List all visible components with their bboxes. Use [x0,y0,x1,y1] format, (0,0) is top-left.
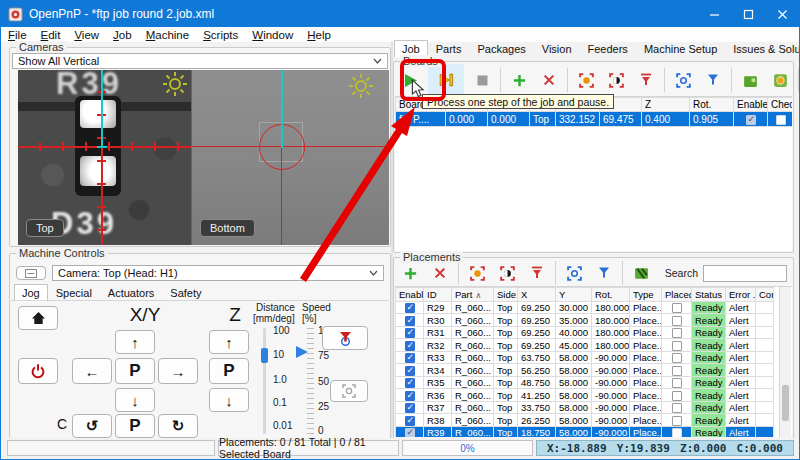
jog-c-cw-button[interactable]: ↻ [158,414,198,438]
camera-view-bottom[interactable]: Bottom [192,70,389,245]
placement-row[interactable]: R39R_060...Top18.75058.000-90.000Place..… [396,426,774,437]
menu-job[interactable]: Job [106,29,139,41]
add-board-button[interactable] [507,67,531,93]
enabled-checkbox[interactable] [405,341,415,351]
camera-view-top[interactable]: R39 D39 [18,70,191,245]
tab-packages[interactable]: Packages [469,40,533,58]
enabled-checkbox[interactable] [405,366,415,376]
remove-placement-button[interactable] [428,260,452,286]
stop-job-button[interactable] [470,67,494,93]
minimize-icon[interactable] [697,1,731,27]
edit-feeder-button[interactable] [629,260,653,286]
placed-checkbox[interactable] [672,403,682,413]
capture-camera-location-button[interactable] [465,260,489,286]
remove-board-button[interactable] [537,67,561,93]
enabled-checkbox[interactable] [405,378,415,388]
menu-file[interactable]: File [1,29,34,41]
position-camera-button[interactable] [671,67,695,93]
position-tool-z-button[interactable] [592,260,616,286]
distance-slider-handle[interactable] [261,348,268,363]
park-xy-button[interactable]: P [115,358,155,384]
vertical-scrollbar[interactable] [779,287,791,437]
capture-z-button[interactable] [634,67,658,93]
position-camera-button[interactable] [562,260,586,286]
placed-checkbox[interactable] [672,303,682,313]
camera-view-mode-select[interactable]: Show All Vertical [12,53,388,69]
placement-row[interactable]: R31R_060...Top69.25040.000180.000Place..… [396,326,774,338]
menu-view[interactable]: View [67,29,106,41]
placed-checkbox[interactable] [672,391,682,401]
tab-issues-solutions[interactable]: Issues & Solutions [725,40,800,58]
menu-help[interactable]: Help [300,29,338,41]
placed-checkbox[interactable] [672,316,682,326]
maximize-icon[interactable] [731,1,765,27]
capture-tool-location-button[interactable] [495,260,519,286]
capture-tool-location-button[interactable] [604,67,628,93]
step-job-button[interactable] [428,64,464,96]
speed-slider[interactable] [307,328,314,434]
placed-checkbox[interactable] [672,341,682,351]
collapse-button[interactable] [16,266,46,280]
board-row[interactable]: ftp P.... 0.000 0.000 Top 332.152 69.475… [396,112,793,127]
placement-row[interactable]: R33R_060...Top63.75058.000-90.000Place..… [396,351,774,363]
tab-vision[interactable]: Vision [534,40,580,58]
enabled-checkbox[interactable] [405,353,415,363]
position-tool-z-button[interactable] [701,67,725,93]
menu-window[interactable]: Window [245,29,300,41]
placement-row[interactable]: R29R_060...Top69.25030.000180.000Place..… [396,302,774,314]
enabled-checkbox[interactable] [405,403,415,413]
menu-scripts[interactable]: Scripts [196,29,245,41]
menu-edit[interactable]: Edit [34,29,68,41]
brightness-icon[interactable] [348,73,374,99]
scrollbar-thumb[interactable] [782,385,789,421]
power-button[interactable] [18,358,58,384]
capture-camera-location-button[interactable] [574,67,598,93]
search-input[interactable] [703,265,787,282]
park-c-button[interactable]: P [115,414,155,438]
menu-machine[interactable]: Machine [139,29,196,41]
fiducial-check-button[interactable] [768,67,792,93]
board-checkfids-checkbox[interactable] [776,115,786,125]
enabled-checkbox[interactable] [405,328,415,338]
head-mountable-select[interactable]: Camera: Top (Head: H1) [52,265,384,281]
placed-checkbox[interactable] [672,328,682,338]
home-button[interactable] [18,306,58,330]
enabled-checkbox[interactable] [405,416,415,426]
jog-z-plus-button[interactable]: ↑ [209,330,249,354]
placements-header-row[interactable]: Enabled ID Part∧ Side X Y Rot. Type Plac… [396,288,774,302]
add-placement-button[interactable] [398,260,422,286]
park-z-button[interactable]: P [209,358,249,384]
part-sort-header[interactable]: Part∧ [452,288,494,302]
position-camera-disabled-button[interactable] [330,380,368,402]
jog-c-ccw-button[interactable]: ↺ [72,414,112,438]
speed-slider-handle[interactable] [296,346,308,358]
jog-y-plus-button[interactable]: ↑ [115,330,155,354]
placed-checkbox[interactable] [672,428,682,437]
jog-x-minus-button[interactable]: ← [72,358,112,384]
placement-row[interactable]: R38R_060...Top26.25058.000-90.000Place..… [396,414,774,426]
distance-slider[interactable] [263,328,266,434]
placement-row[interactable]: R30R_060...Top69.25035.000180.000Place..… [396,314,774,326]
jog-y-minus-button[interactable]: ↓ [115,388,155,412]
park-z-safe-button[interactable] [322,326,368,350]
capture-z-button[interactable] [525,260,549,286]
board-enabled-checkbox[interactable] [746,115,756,125]
jog-z-minus-button[interactable]: ↓ [209,388,249,412]
placed-checkbox[interactable] [672,366,682,376]
enabled-checkbox[interactable] [405,391,415,401]
tab-feeders[interactable]: Feeders [580,40,636,58]
two-point-locate-button[interactable] [738,67,762,93]
brightness-icon[interactable] [162,71,188,97]
placement-row[interactable]: R36R_060...Top41.25058.000-90.000Place..… [396,389,774,401]
jog-x-plus-button[interactable]: → [158,358,198,384]
close-icon[interactable] [765,1,799,27]
placement-row[interactable]: R32R_060...Top69.25045.000180.000Place..… [396,339,774,351]
tab-machine-setup[interactable]: Machine Setup [636,40,725,58]
placement-row[interactable]: R34R_060...Top56.25058.000-90.000Place..… [396,364,774,376]
placement-row[interactable]: R35R_060...Top48.75058.000-90.000Place..… [396,376,774,388]
placed-checkbox[interactable] [672,416,682,426]
start-job-button[interactable] [398,67,422,93]
titlebar[interactable]: OpenPnP - *ftp job round 2.job.xml [1,1,799,27]
placement-row[interactable]: R37R_060...Top33.75058.000-90.000Place..… [396,401,774,413]
enabled-checkbox[interactable] [405,303,415,313]
